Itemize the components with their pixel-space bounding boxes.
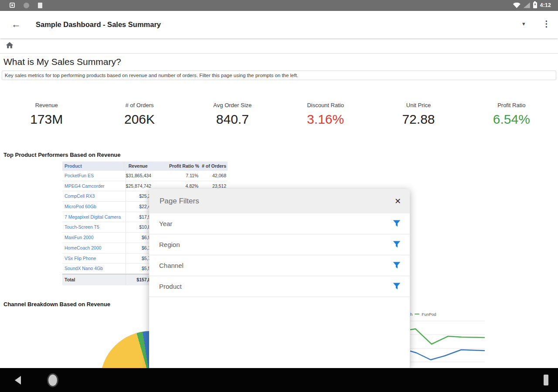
legend-truncated-text: h [410,312,412,317]
cellular-signal-icon [524,3,530,8]
table-cell: MPEG4 Camcorder [62,181,126,191]
table-cell: MaxiFun 2000 [62,233,126,243]
table-cell: $22,4 [126,202,152,212]
legend-series-label: FunPod [422,312,436,317]
dimmed-circle-icon [24,3,29,8]
table-cell: HomeCoach 2000 [62,243,126,253]
table-cell: $17,9 [126,212,152,222]
back-arrow-icon[interactable]: ← [11,18,21,31]
nav-back-icon[interactable] [15,376,21,385]
scorecard-value: 206K [93,112,186,127]
table-cell: 7.11% [152,171,200,181]
channel-section-title: Channel Breakdown Based on Revenue [3,301,110,308]
app-bar-title: Sample Dashboard - Sales Summary [36,10,161,38]
scorecard-label: Discount Ratio [279,102,372,108]
filter-row-channel[interactable]: Channel [149,255,410,276]
battery-icon [533,2,537,8]
page-filters-panel: Page Filters ✕ YearRegionChannelProduct [149,189,410,368]
status-bar: 4:12 [0,0,558,11]
overflow-menu-icon[interactable]: ⋮ [542,10,551,38]
filter-label: Product [159,276,182,297]
table-row[interactable]: PocketFun ES$31,865,4347.11%42,068 [62,171,228,181]
scorecard-value: 6.54% [465,112,558,127]
table-cell: $5,5 [126,264,152,274]
scorecard: Avg Order Size840.7 [186,99,279,131]
scorecard-row: Revenue173M# of Orders206KAvg Order Size… [0,99,558,131]
table-cell: $31,865,434 [126,171,152,181]
filter-label: Year [159,213,172,234]
nav-recents-icon[interactable] [544,375,548,385]
scorecard-label: Unit Price [372,102,465,108]
table-cell: Revenue [124,162,154,171]
scorecard: Unit Price72.88 [372,99,465,131]
scorecard-value: 173M [0,112,93,127]
table-cell: CompCell RX3 [62,191,126,201]
table-header-row: ProductRevenueProfit Ratio %# of Orders [62,162,228,171]
table-cell: Product [62,162,124,171]
page-description: Key sales metrics for top performing pro… [2,71,556,80]
table-cell: MicroPod 60Gb [62,202,126,212]
series-line-unlabeled-blue-series [410,350,485,360]
table-cell: $6,9 [126,233,152,243]
table-cell: $157,8 [126,274,152,285]
scorecard: Revenue173M [0,99,93,131]
filter-row-region[interactable]: Region [149,234,410,255]
app-bar: ← Sample Dashboard - Sales Summary ▾ ⋮ [0,10,558,38]
breadcrumb [0,38,558,54]
series-line-FunPod [410,329,485,344]
trend-line-chart [409,318,487,368]
wifi-icon [513,3,521,8]
status-right-icons: 4:12 [513,0,551,10]
status-left-icons [10,0,42,10]
page-dropdown-caret-icon[interactable]: ▾ [522,10,525,38]
table-cell: $10,8 [126,222,152,232]
scorecard-value: 72.88 [372,112,465,127]
file-icon [38,3,42,8]
line-chart-legend: h FunPod [410,311,436,317]
page-filters-title: Page Filters [160,189,199,213]
scorecard-label: Revenue [0,102,93,108]
table-cell: 7 Megapixel Digital Camera [62,212,126,222]
filter-label: Channel [159,255,184,276]
navigation-bar [0,368,558,392]
nav-home-icon[interactable] [47,373,58,387]
page-filters-header: Page Filters ✕ [149,189,410,213]
filter-label: Region [159,234,180,255]
legend-line-swatch [415,314,419,315]
table-cell: $5,7 [126,253,152,264]
scorecard: Profit Ratio6.54% [465,99,558,131]
filter-row-product[interactable]: Product [149,276,410,297]
table-cell: VSx Flip Phone [62,253,126,264]
table-cell: Total [62,274,126,285]
table-cell: PocketFun ES [62,171,126,181]
table-cell: SoundX Nano 4Gb [62,264,126,274]
table-cell: # of Orders [201,162,228,171]
scorecard-value: 3.16% [279,112,372,127]
scorecard: # of Orders206K [93,99,186,131]
close-icon[interactable]: ✕ [395,189,401,213]
table-cell: Profit Ratio % [154,162,201,171]
table-cell: Touch-Screen T5 [62,222,126,232]
scorecard-label: Avg Order Size [186,102,279,108]
table-section-title: Top Product Performers Based on Revenue [3,152,121,158]
home-icon[interactable] [5,41,14,50]
table-cell: $6,1 [126,243,152,253]
table-cell: 42,068 [200,171,228,181]
filter-funnel-icon[interactable] [392,240,401,249]
table-cell: $25,2 [126,191,152,201]
page-title: What is My Sales Summary? [3,57,121,67]
screenshot-icon [10,3,15,8]
scorecard-label: # of Orders [93,102,186,108]
filter-row-year[interactable]: Year [149,213,410,234]
clock: 4:12 [540,2,551,8]
scorecard: Discount Ratio3.16% [279,99,372,131]
scorecard-label: Profit Ratio [465,102,558,108]
screen: 4:12 ← Sample Dashboard - Sales Summary … [0,0,558,392]
scorecard-value: 840.7 [186,112,279,127]
filter-funnel-icon[interactable] [392,282,401,291]
table-cell: $25,874,742 [126,181,152,191]
filter-funnel-icon[interactable] [392,261,401,270]
filter-funnel-icon[interactable] [392,219,401,228]
